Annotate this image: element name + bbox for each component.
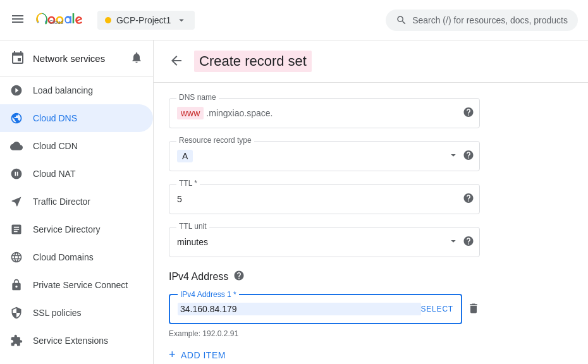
ttl-unit-value: minutes [177, 237, 208, 247]
ttl-unit-field: TTL unit minutes [169, 227, 480, 257]
topbar: Cloud GCP-Project1 Search (/) for resour… [0, 0, 588, 40]
sidebar-item-label: Load balancing [33, 85, 93, 95]
ipv4-section-title: IPv4 Address [169, 270, 480, 284]
resource-record-type-label: Resource record type [176, 136, 254, 145]
dns-name-help-icon[interactable] [463, 107, 474, 120]
sidebar-item-label: Cloud Domains [33, 252, 94, 262]
ttl-field: TTL * [169, 184, 480, 214]
search-placeholder: Search (/) for resources, docs, products [412, 15, 568, 25]
sidebar-item-private-service-connect[interactable]: Private Service Connect [0, 271, 153, 299]
resource-record-type-value: A [177, 150, 193, 162]
record-type-dropdown-icon[interactable] [448, 150, 459, 163]
ttl-unit-dropdown-icon[interactable] [448, 236, 459, 249]
resource-record-type-field: Resource record type A [169, 141, 480, 171]
record-type-help-icon[interactable] [463, 150, 474, 163]
ttl-value-input[interactable] [177, 194, 454, 204]
sidebar-item-label: Traffic Director [33, 197, 90, 207]
bell-icon[interactable] [130, 51, 143, 66]
sidebar-item-cloud-cdn[interactable]: Cloud CDN [0, 132, 153, 160]
sidebar-item-label: Service Extensions [33, 336, 108, 346]
sidebar-item-label: SSL policies [33, 308, 82, 318]
traffic-director-icon [10, 195, 23, 208]
add-item-label: ADD ITEM [181, 350, 226, 360]
network-services-icon [10, 51, 25, 66]
ipv4-input-row: IPv4 Address 1 * 34.160.84.179 SELECT [169, 294, 480, 324]
load-balancing-icon [10, 84, 23, 97]
sidebar-item-cloud-domains[interactable]: Cloud Domains [0, 243, 153, 271]
service-extensions-icon [10, 334, 23, 347]
sidebar-item-service-directory[interactable]: Service Directory [0, 215, 153, 243]
ttl-input[interactable] [169, 184, 480, 214]
sidebar: Network services Load balancing Cloud DN… [0, 40, 154, 364]
menu-icon[interactable] [10, 11, 25, 28]
ipv4-example-text: Example: 192.0.2.91 [169, 329, 480, 338]
ipv4-address-input[interactable]: IPv4 Address 1 * 34.160.84.179 SELECT [169, 294, 462, 324]
dns-name-label: DNS name [176, 93, 219, 102]
ttl-label: TTL * [176, 179, 200, 188]
ttl-unit-help-icon[interactable] [463, 236, 474, 249]
sidebar-header: Network services [0, 40, 153, 76]
sidebar-item-service-extensions[interactable]: Service Extensions [0, 327, 153, 355]
form-container: DNS name www .mingxiao.space. Resource r… [154, 83, 495, 364]
service-directory-icon [10, 223, 23, 236]
main-header: Create record set [154, 40, 588, 83]
ipv4-select-button[interactable]: SELECT [421, 305, 453, 313]
sidebar-item-cloud-dns[interactable]: Cloud DNS [0, 104, 153, 132]
project-dropdown-icon [176, 15, 187, 26]
ssl-policies-icon [10, 306, 23, 319]
private-service-connect-icon [10, 279, 23, 291]
sidebar-item-label: Cloud DNS [33, 113, 77, 123]
project-selector[interactable]: GCP-Project1 [97, 11, 195, 30]
project-name: GCP-Project1 [116, 15, 171, 25]
search-icon [396, 15, 407, 26]
sidebar-item-label: Cloud NAT [33, 169, 75, 179]
sidebar-item-label: Cloud CDN [33, 141, 78, 151]
ipv4-address-label: IPv4 Address 1 * [178, 290, 239, 299]
page-title: Create record set [194, 51, 312, 72]
svg-text:Cloud: Cloud [49, 19, 64, 25]
search-bar[interactable]: Search (/) for resources, docs, products [386, 9, 578, 31]
main-content: Create record set DNS name www .mingxiao… [154, 40, 588, 364]
add-item-plus-icon: + [169, 348, 176, 361]
ipv4-address-value: 34.160.84.179 [178, 303, 421, 315]
add-item-button[interactable]: + ADD ITEM [169, 348, 480, 361]
sidebar-item-label: Service Directory [33, 224, 101, 234]
ttl-help-icon[interactable] [463, 193, 474, 206]
ttl-unit-label: TTL unit [176, 222, 209, 231]
sidebar-item-label: Private Service Connect [33, 280, 128, 290]
sidebar-item-ssl-policies[interactable]: SSL policies [0, 299, 153, 327]
dns-name-field: DNS name www .mingxiao.space. [169, 98, 480, 128]
sidebar-item-traffic-director[interactable]: Traffic Director [0, 188, 153, 215]
project-dot [105, 17, 111, 23]
dns-value: www [177, 107, 204, 119]
sidebar-item-cloud-nat[interactable]: Cloud NAT [0, 160, 153, 188]
cloud-nat-icon [10, 167, 23, 180]
ipv4-delete-button[interactable] [467, 302, 480, 317]
ttl-unit-select[interactable]: minutes [169, 227, 480, 257]
dns-name-input[interactable]: www .mingxiao.space. [169, 98, 480, 128]
back-button[interactable] [169, 53, 184, 70]
cloud-domains-icon [10, 251, 23, 264]
resource-record-type-select[interactable]: A [169, 141, 480, 171]
dns-suffix: .mingxiao.space. [206, 108, 273, 118]
sidebar-header-title: Network services [33, 53, 130, 64]
sidebar-item-load-balancing[interactable]: Load balancing [0, 76, 153, 104]
cloud-dns-icon [10, 112, 23, 124]
google-cloud-logo: Cloud [35, 12, 82, 28]
cloud-cdn-icon [10, 140, 23, 152]
ipv4-help-icon[interactable] [233, 270, 245, 284]
app-body: Network services Load balancing Cloud DN… [0, 40, 588, 364]
ipv4-title-text: IPv4 Address [169, 271, 228, 282]
